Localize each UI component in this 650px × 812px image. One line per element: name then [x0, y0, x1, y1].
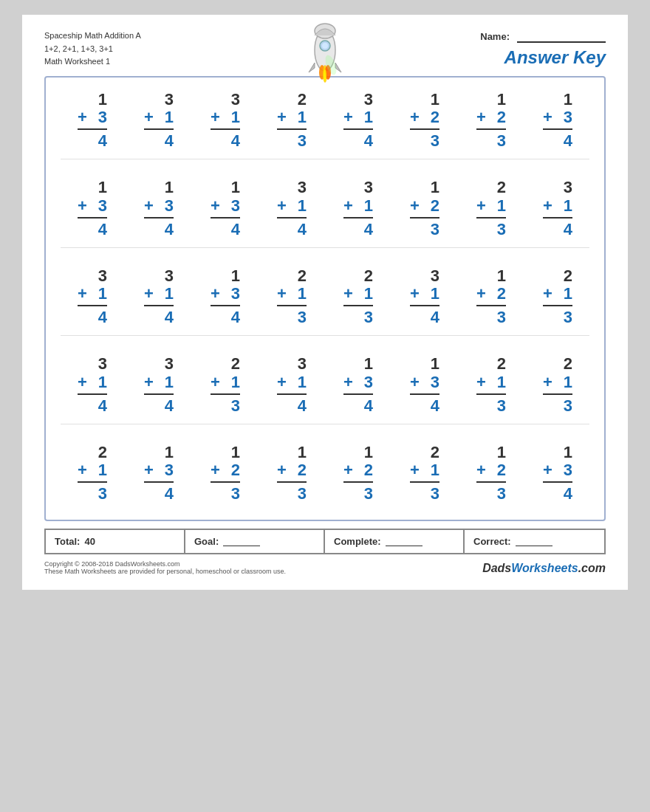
problem-4-0: 213 [61, 438, 124, 506]
answer-line [144, 217, 174, 219]
num-top: 1 [211, 444, 240, 461]
num-top: 1 [476, 91, 506, 109]
problem-3-2: 213 [194, 349, 257, 418]
num-answer: 3 [476, 221, 506, 238]
answer-line [144, 481, 174, 483]
num-answer: 3 [410, 221, 439, 238]
num-answer: 3 [277, 485, 307, 503]
answer-line [211, 217, 240, 219]
num-answer: 3 [476, 485, 506, 503]
num-answer: 4 [144, 132, 174, 150]
svg-point-7 [324, 69, 326, 81]
footer: Total: 40 Goal: Complete: Correct: [44, 529, 606, 554]
num-top: 1 [543, 91, 572, 109]
num-top: 2 [343, 267, 373, 285]
title-line2: 1+2, 2+1, 1+3, 3+1 [44, 43, 141, 56]
num-top: 1 [144, 444, 174, 461]
num-top: 1 [211, 267, 240, 285]
answer-line [410, 305, 439, 306]
answer-line [476, 481, 506, 483]
header-right: Name: Answer Key [480, 30, 606, 68]
num-answer: 4 [410, 309, 439, 326]
num-top: 2 [78, 444, 107, 461]
num-top: 3 [543, 179, 572, 196]
num-top: 3 [410, 267, 439, 285]
problem-2-5: 314 [393, 261, 456, 330]
answer-line [78, 305, 107, 306]
problem-2-0: 314 [61, 261, 124, 330]
num-top: 2 [277, 91, 307, 109]
num-answer: 4 [543, 485, 572, 503]
num-addend: 3 [211, 197, 240, 215]
num-addend: 3 [343, 374, 373, 391]
answer-line [277, 481, 307, 483]
problem-2-2: 134 [194, 261, 257, 330]
num-addend: 2 [410, 197, 439, 215]
num-answer: 4 [144, 397, 174, 415]
problem-1-6: 213 [459, 173, 523, 241]
num-addend: 1 [144, 109, 174, 126]
answer-line [410, 128, 439, 130]
num-addend: 2 [410, 109, 439, 126]
problem-0-2: 314 [194, 85, 257, 154]
num-answer: 4 [211, 132, 240, 150]
num-answer: 3 [410, 485, 439, 503]
num-addend: 1 [211, 109, 240, 126]
num-addend: 1 [343, 109, 373, 126]
problem-3-4: 134 [326, 349, 390, 418]
correct-label: Correct: [473, 536, 511, 547]
problem-row-0: 134314314213314123123134 [61, 85, 589, 160]
problem-0-7: 134 [526, 85, 589, 154]
answer-line [277, 305, 307, 306]
header: Spaceship Math Addition A 1+2, 2+1, 1+3,… [44, 30, 606, 69]
num-answer: 3 [476, 397, 506, 415]
answer-line [476, 217, 506, 219]
total-value: 40 [84, 536, 95, 547]
problem-4-7: 134 [526, 438, 589, 506]
num-addend: 1 [410, 285, 439, 303]
num-top: 3 [144, 267, 174, 285]
copyright-line2: These Math Worksheets are provided for p… [44, 568, 286, 575]
answer-line [543, 128, 572, 130]
num-addend: 1 [343, 285, 373, 303]
answer-line [277, 217, 307, 219]
num-addend: 3 [543, 461, 572, 479]
num-top: 3 [144, 355, 174, 373]
problem-2-6: 123 [459, 261, 523, 330]
answer-line [211, 393, 240, 395]
num-addend: 2 [476, 461, 506, 479]
problem-2-3: 213 [260, 261, 324, 330]
answer-line [277, 393, 307, 395]
num-top: 1 [410, 179, 439, 196]
num-answer: 3 [78, 485, 107, 503]
answer-key-box: Name: [480, 30, 606, 43]
answer-line [343, 305, 373, 306]
num-answer: 3 [343, 309, 373, 326]
num-addend: 3 [144, 461, 174, 479]
num-answer: 4 [78, 221, 107, 238]
num-answer: 4 [144, 485, 174, 503]
answer-line [211, 305, 240, 306]
answer-line [343, 393, 373, 395]
num-addend: 1 [78, 374, 107, 391]
answer-line [410, 217, 439, 219]
problem-1-2: 134 [194, 173, 257, 241]
problem-0-5: 123 [393, 85, 456, 154]
num-top: 1 [476, 444, 506, 461]
num-top: 2 [410, 444, 439, 461]
correct-line [516, 536, 552, 546]
num-addend: 2 [277, 461, 307, 479]
num-addend: 2 [476, 285, 506, 303]
answer-line [410, 393, 439, 395]
answer-line [543, 393, 572, 395]
name-label: Name: [480, 31, 510, 42]
num-addend: 1 [144, 285, 174, 303]
problem-row-1: 134134134314314123213314 [61, 173, 589, 248]
problem-0-4: 314 [326, 85, 390, 154]
num-top: 1 [543, 444, 572, 461]
logo: DadsWorksheets.com [482, 562, 606, 575]
num-answer: 4 [78, 309, 107, 326]
num-answer: 4 [78, 132, 107, 150]
num-top: 1 [211, 179, 240, 196]
num-answer: 4 [343, 132, 373, 150]
